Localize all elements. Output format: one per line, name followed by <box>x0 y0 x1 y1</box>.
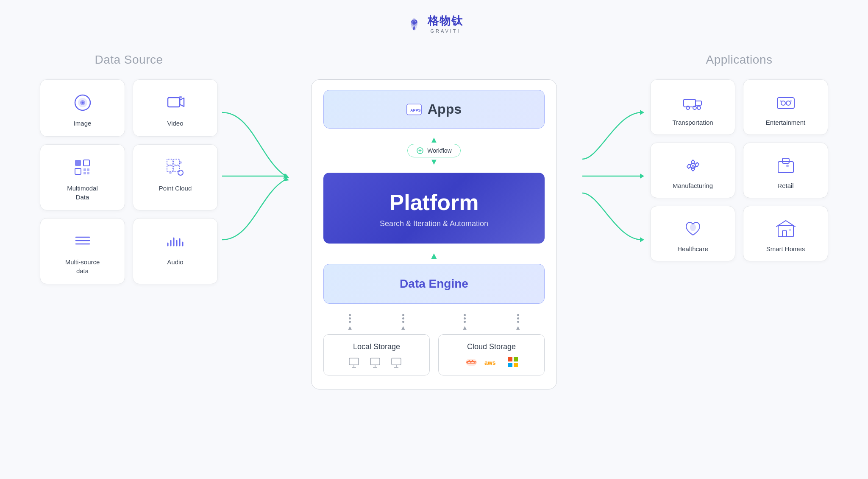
svg-rect-9 <box>83 160 89 166</box>
cloud-storage-icons: aws <box>444 357 539 367</box>
app-label-manufacturing: Manufacturing <box>673 182 713 189</box>
svg-point-7 <box>179 96 182 98</box>
ds-card-audio: Audio <box>133 218 218 284</box>
svg-rect-6 <box>168 98 180 107</box>
local-storage-icons <box>329 357 424 369</box>
multimodal-icon <box>72 157 94 179</box>
transportation-icon <box>682 92 704 114</box>
svg-point-5 <box>81 102 83 104</box>
svg-rect-52 <box>684 99 696 107</box>
ds-label-image: Image <box>74 119 92 128</box>
entertainment-icon <box>775 92 797 114</box>
apps-label: Apps <box>428 101 462 117</box>
workflow-icon <box>416 147 424 154</box>
cloud-provider-icon-1 <box>465 357 478 367</box>
smarthomes-icon <box>775 218 797 240</box>
logo-cn: 格物钛 <box>428 14 463 28</box>
ds-card-image: Image <box>40 79 125 137</box>
platform-box: Platform Search & Iteration & Automation <box>323 173 545 244</box>
svg-rect-17 <box>167 166 173 172</box>
app-card-manufacturing: Manufacturing <box>650 143 735 198</box>
app-card-healthcare: Healthcare <box>650 206 735 261</box>
app-card-smarthomes: Smart Homes <box>743 206 828 261</box>
applications-title: Applications <box>650 53 828 67</box>
retail-icon <box>775 155 797 177</box>
ds-label-audio: Audio <box>167 258 183 266</box>
ds-label-pointcloud: Point Cloud <box>159 184 192 193</box>
dashed-left-1: ▲ <box>347 314 353 331</box>
main-layout: Data Source Image <box>0 40 868 398</box>
center-platform: . APPS Apps ▲ <box>311 49 557 389</box>
header: 格物钛 GRAVITI <box>0 0 868 40</box>
svg-point-71 <box>789 229 791 231</box>
svg-marker-50 <box>640 174 644 179</box>
workflow-area: ▲ Workflow ▼ <box>323 135 545 166</box>
app-card-transportation: Transportation <box>650 79 735 135</box>
logo-text-block: 格物钛 GRAVITI <box>428 14 463 34</box>
right-connectors <box>565 74 650 337</box>
ds-card-multimodal: MultimodalData <box>40 144 125 210</box>
ds-label-video: Video <box>167 119 183 128</box>
cloud-storage-card: Cloud Storage aws <box>438 334 545 375</box>
logo-en: GRAVITI <box>428 28 463 34</box>
svg-rect-8 <box>75 160 81 166</box>
arrow-up-1: ▲ <box>430 135 438 144</box>
multisource-icon <box>72 230 94 252</box>
app-label-entertainment: Entertainment <box>766 119 805 126</box>
svg-rect-11 <box>83 168 86 171</box>
apps-box-icon: APPS <box>406 104 422 115</box>
svg-point-1 <box>412 21 416 25</box>
svg-point-62 <box>790 100 792 102</box>
svg-marker-51 <box>640 237 644 242</box>
arrow-down-1: ▼ <box>430 157 438 166</box>
video-icon <box>164 92 186 114</box>
data-engine-label: Data Engine <box>400 277 468 291</box>
dashed-right-1: ▲ <box>462 314 468 331</box>
arrow-up-2: ▲ <box>323 250 545 261</box>
audio-icon <box>164 230 186 252</box>
cloud-storage-label: Cloud Storage <box>467 342 516 351</box>
app-card-entertainment: Entertainment <box>743 79 828 135</box>
app-label-healthcare: Healthcare <box>677 245 708 252</box>
monitor-icon-3 <box>391 357 405 369</box>
dashed-right-2: ▲ <box>515 314 521 331</box>
image-icon <box>72 92 94 114</box>
svg-point-59 <box>786 101 790 105</box>
svg-rect-10 <box>75 168 81 174</box>
svg-point-21 <box>169 171 172 174</box>
ds-label-multimodal: MultimodalData <box>67 184 98 202</box>
app-label-smarthomes: Smart Homes <box>766 245 805 252</box>
storage-arrows: ▲ ▲ ▲ ▲ <box>323 314 545 331</box>
data-source-title: Data Source <box>40 53 218 67</box>
data-engine-box: Data Engine <box>323 264 545 304</box>
svg-text:APPS: APPS <box>410 108 421 112</box>
ds-card-video: Video <box>133 79 218 137</box>
platform-subtitle: Search & Iteration & Automation <box>332 219 536 228</box>
healthcare-icon <box>682 218 704 240</box>
workflow-pill: Workflow <box>407 144 460 157</box>
platform-wrapper: APPS Apps ▲ Workflow ▼ <box>311 79 557 389</box>
applications-grid: Transportation Entertainment <box>650 79 828 261</box>
microsoft-logo <box>508 357 518 367</box>
manufacturing-icon <box>682 155 704 177</box>
workflow-label: Workflow <box>427 147 451 154</box>
app-card-retail: Retail <box>743 143 828 198</box>
data-source-section: Data Source Image <box>40 49 218 284</box>
app-label-retail: Retail <box>777 182 793 189</box>
svg-point-67 <box>786 165 789 167</box>
svg-rect-37 <box>349 358 359 365</box>
svg-point-68 <box>690 224 696 231</box>
svg-rect-43 <box>392 358 401 365</box>
logo-icon <box>405 14 423 33</box>
ds-label-multisource: Multi-sourcedata <box>65 258 100 275</box>
svg-rect-15 <box>167 159 173 165</box>
local-storage-label: Local Storage <box>353 342 400 351</box>
ds-card-multisource: Multi-sourcedata <box>40 218 125 284</box>
svg-point-56 <box>697 106 701 109</box>
left-connectors <box>218 74 303 337</box>
data-source-grid: Image Video <box>40 79 218 284</box>
svg-rect-12 <box>87 168 89 171</box>
center-spacer: . <box>311 53 557 67</box>
svg-point-61 <box>780 100 782 102</box>
svg-rect-70 <box>782 231 787 237</box>
